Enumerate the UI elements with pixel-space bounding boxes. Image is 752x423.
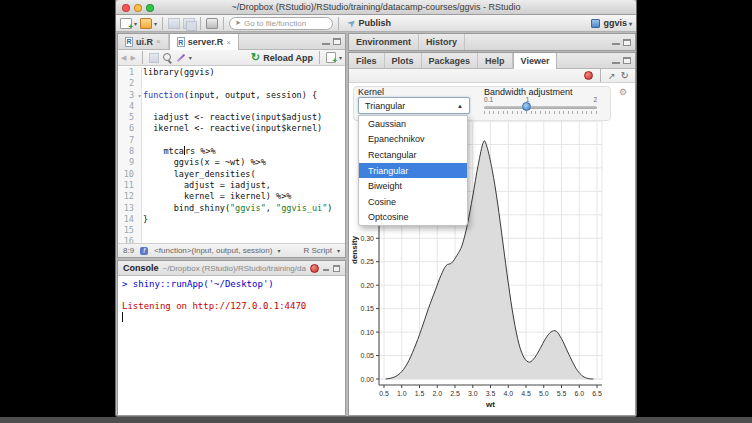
titlebar: ~/Dropbox (RStudio)/RStudio/training/dat…	[116, 0, 636, 15]
viewer-toolbar: ↗ ↻	[349, 69, 635, 83]
console-tab[interactable]: Console	[123, 263, 159, 273]
reload-app-button[interactable]: ↻ Reload App	[251, 53, 313, 63]
tab-files[interactable]: Files	[349, 53, 385, 68]
kernel-option-epanechnikov[interactable]: Epanechnikov	[359, 132, 467, 148]
project-icon	[591, 19, 600, 28]
desktop-strip	[0, 417, 752, 423]
refresh-viewer-icon[interactable]: ↻	[621, 70, 629, 81]
code-line[interactable]: 3▾function(input, output, session) {	[118, 90, 345, 101]
close-tab-icon[interactable]: ×	[156, 37, 161, 46]
tab-history[interactable]: History	[419, 34, 465, 50]
back-icon[interactable]: ◀	[121, 54, 126, 62]
goto-file-input[interactable]: ➤ Go to file/function	[229, 17, 333, 30]
line-number: 6	[118, 123, 136, 134]
console-header: Console ~/Dropbox (RStudio)/RStudio/trai…	[118, 261, 345, 276]
maximize-pane-icon[interactable]	[623, 57, 631, 64]
console-line: Listening on http://127.0.0.1:4470	[122, 301, 341, 312]
maximize-pane-icon[interactable]	[333, 38, 341, 45]
kernel-option-gaussian[interactable]: Gaussian	[359, 116, 467, 132]
minimize-pane-icon[interactable]	[322, 39, 330, 45]
toolbar-separator	[223, 17, 224, 30]
code-line[interactable]: 10 layer_densities(	[118, 169, 345, 180]
code-line[interactable]: 9 ggvis(x = ~wt) %>%	[118, 157, 345, 168]
open-recent-dropdown-icon[interactable]: ▾	[154, 20, 157, 27]
svg-text:5.0: 5.0	[539, 390, 549, 397]
code-line[interactable]: 2	[118, 78, 345, 89]
fold-icon[interactable]: ▾	[136, 90, 143, 101]
tab-plots[interactable]: Plots	[385, 53, 422, 68]
source-menu-icon[interactable]	[326, 52, 336, 63]
goto-placeholder: Go to file/function	[244, 19, 306, 28]
line-number: 2	[118, 78, 136, 89]
scope-selector[interactable]: <function>(input, output, session)	[154, 246, 272, 255]
r-file-icon: R	[125, 37, 133, 47]
open-in-new-window-icon[interactable]: ↗	[608, 71, 616, 81]
tab-packages[interactable]: Packages	[422, 53, 479, 68]
svg-text:4.0: 4.0	[503, 390, 513, 397]
open-file-icon[interactable]	[140, 18, 152, 29]
maximize-pane-icon[interactable]	[333, 265, 340, 272]
kernel-option-rectangular[interactable]: Rectangular	[359, 147, 467, 163]
console-line: > shiny::runApp('~/Desktop')	[122, 279, 341, 290]
code-line[interactable]: 11 adjust = iadjust,	[118, 180, 345, 191]
r-file-icon: R	[177, 37, 185, 47]
svg-text:0.25: 0.25	[360, 258, 374, 265]
stop-app-icon[interactable]	[584, 71, 593, 80]
save-all-icon[interactable]	[183, 18, 195, 29]
code-editor[interactable]: 1library(ggvis)23▾function(input, output…	[118, 67, 345, 243]
code-line[interactable]: 5 iadjust <- reactive(input$adjust)	[118, 112, 345, 123]
code-line[interactable]: 7	[118, 135, 345, 146]
kernel-option-cosine[interactable]: Cosine	[359, 194, 467, 210]
stop-icon[interactable]	[310, 264, 319, 273]
publish-button[interactable]: ➤ Publish	[344, 18, 395, 28]
tab-viewer[interactable]: Viewer	[513, 53, 558, 69]
line-number: 15	[118, 225, 136, 236]
maximize-pane-icon[interactable]	[623, 39, 631, 46]
code-line[interactable]: 8 mtcars %>%	[118, 146, 345, 157]
code-line[interactable]: 14}	[118, 214, 345, 225]
screenshot-stage: ~/Dropbox (RStudio)/RStudio/training/dat…	[0, 0, 752, 423]
kernel-option-triangular[interactable]: Triangular	[359, 163, 467, 179]
svg-text:0.30: 0.30	[360, 235, 374, 242]
minimize-pane-icon[interactable]	[612, 39, 620, 45]
kernel-option-biweight[interactable]: Biweight	[359, 178, 467, 194]
function-scope-icon: f	[140, 247, 148, 255]
source-menu-dropdown-icon[interactable]: ▾	[339, 54, 342, 61]
line-number: 14	[118, 214, 136, 225]
minimize-pane-icon[interactable]	[323, 265, 329, 271]
svg-text:density: density	[350, 235, 359, 264]
new-file-dropdown-icon[interactable]: ▾	[134, 20, 137, 27]
tab-ui-r[interactable]: R ui.R ×	[118, 34, 169, 49]
forward-icon[interactable]: ▶	[130, 54, 135, 62]
svg-text:1.0: 1.0	[397, 390, 407, 397]
kernel-option-optcosine[interactable]: Optcosine	[359, 210, 467, 226]
code-line[interactable]: 13 bind_shiny("ggvis", "ggvis_ui")	[118, 203, 345, 214]
editor-tabbar: R ui.R × R server.R ×	[118, 34, 345, 50]
code-line[interactable]: 6 ikernel <- reactive(input$kernel)	[118, 123, 345, 134]
files-tabbar: Files Plots Packages Help Viewer	[349, 53, 635, 69]
line-number: 8	[118, 146, 136, 157]
new-file-icon[interactable]	[120, 18, 132, 29]
code-line[interactable]: 15	[118, 225, 345, 236]
print-icon[interactable]	[206, 18, 218, 29]
svg-text:3.5: 3.5	[486, 390, 496, 397]
code-line[interactable]: 4	[118, 101, 345, 112]
file-type-selector[interactable]: R Script	[304, 246, 332, 255]
files-pane: Files Plots Packages Help Viewer ↗ ↻ 0.5…	[348, 52, 636, 416]
close-tab-icon[interactable]: ×	[226, 38, 231, 47]
minimize-pane-icon[interactable]	[612, 58, 620, 64]
save-icon[interactable]	[168, 18, 180, 29]
tab-help[interactable]: Help	[478, 53, 513, 68]
code-line[interactable]: 12 kernel = ikernel) %>%	[118, 191, 345, 202]
code-tools-dropdown-icon[interactable]: ▾	[189, 54, 192, 61]
code-line[interactable]: 1library(ggvis)	[118, 67, 345, 78]
find-replace-icon[interactable]	[163, 53, 172, 62]
tab-server-r[interactable]: R server.R ×	[169, 34, 239, 50]
tab-environment[interactable]: Environment	[349, 34, 419, 50]
project-menu-button[interactable]: ggvis ▾	[591, 18, 632, 28]
toolbar-separator	[162, 17, 163, 30]
console-output[interactable]: > shiny::runApp('~/Desktop')Listening on…	[118, 276, 345, 327]
code-tools-icon[interactable]	[177, 53, 185, 61]
save-file-icon[interactable]	[149, 53, 159, 63]
publish-icon: ➤	[346, 17, 358, 30]
